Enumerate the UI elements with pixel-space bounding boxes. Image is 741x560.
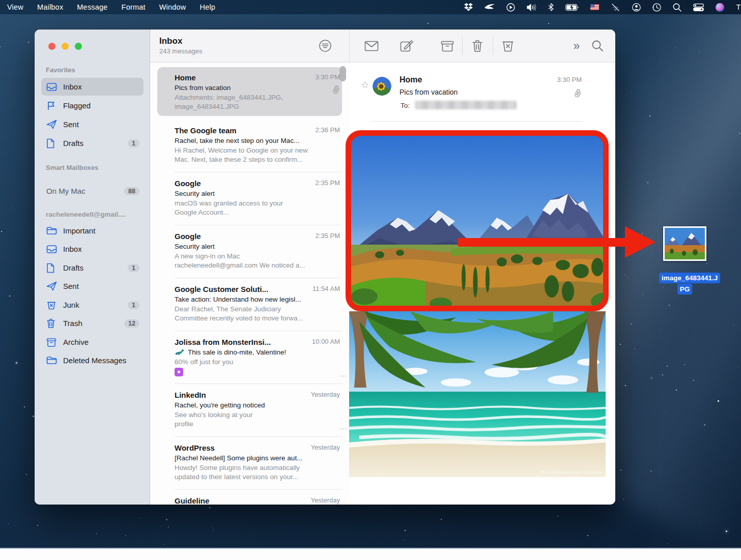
bluetooth-icon[interactable] (548, 0, 554, 14)
get-mail-envelope-icon[interactable] (364, 38, 379, 54)
search-icon[interactable] (590, 38, 605, 54)
message-preview: Dear Rachel, The Senate Judiciary Commit… (175, 305, 341, 322)
sidebar-item-account-sent[interactable]: Sent (41, 277, 144, 295)
photo-credit-watermark: Photo by Remy Musser via Canva (540, 470, 602, 475)
menu-clock-partial[interactable]: T (736, 0, 741, 14)
zoom-window-button[interactable] (75, 43, 82, 50)
sidebar-item-sent[interactable]: Sent (41, 115, 144, 133)
list-item-wordpress[interactable]: WordPress Yesterday [Rachel Needell] Som… (150, 437, 349, 490)
message-sender: Home (175, 73, 302, 82)
sidebar-item-label: Deleted Messages (63, 356, 126, 365)
message-time: Yesterday (311, 391, 340, 398)
user-account-icon[interactable] (632, 0, 641, 14)
junk-count-badge: 1 (128, 301, 139, 309)
message-subject: Pics from vacation (175, 84, 341, 92)
truncation-dots: ... (340, 370, 347, 378)
mountain-vacation-photo[interactable] (349, 134, 606, 309)
list-item-google-2[interactable]: Google 2:35 PM Security alert A new sign… (150, 225, 349, 278)
drafts-count-badge: 1 (128, 264, 139, 272)
sidebar-item-on-my-mac[interactable]: On My Mac 88 (41, 182, 144, 200)
document-icon (46, 138, 58, 149)
mail-window: Favorites Inbox Flagged Sent Drafts 1 Sm… (35, 30, 615, 505)
archive-box-icon[interactable] (440, 38, 455, 54)
message-sender: Google (175, 179, 302, 188)
message-time: 3:30 PM (557, 76, 582, 83)
message-time: 10:00 AM (312, 338, 340, 345)
message-preview: See who's looking at your profile (175, 410, 341, 428)
sidebar-item-inbox[interactable]: Inbox (41, 78, 144, 96)
beach-vacation-photo[interactable]: Photo by Remy Musser via Canva (349, 311, 606, 477)
list-item-home[interactable]: Home 3:30 PM Pics from vacation Attachme… (150, 67, 349, 120)
message-time: 2:36 PM (316, 126, 340, 134)
sidebar-item-archive[interactable]: Archive (41, 333, 144, 351)
sidebar-item-flagged[interactable]: Flagged (41, 97, 144, 114)
wifi-off-icon[interactable] (611, 0, 620, 14)
message-time: Yesterday (311, 444, 340, 451)
siri-icon[interactable] (716, 0, 724, 14)
toolbar-separator (462, 37, 463, 55)
list-item-google-1[interactable]: Google 2:35 PM Security alert macOS was … (150, 172, 349, 225)
sidebar-item-drafts[interactable]: Drafts 1 (41, 134, 144, 152)
menu-item-mailbox[interactable]: Mailbox (37, 3, 63, 11)
wings-icon[interactable] (484, 0, 495, 14)
desktop-file-icon[interactable]: image_6483441.J PG (659, 226, 710, 294)
menu-item-window[interactable]: Window (159, 3, 186, 11)
control-center-icon[interactable] (693, 0, 704, 14)
spotlight-search-icon[interactable] (673, 0, 681, 14)
document-icon (46, 263, 58, 273)
junk-bin-icon[interactable] (500, 38, 516, 54)
sidebar-item-label: Flagged (63, 101, 91, 110)
folder-icon (46, 226, 58, 236)
sidebar-item-deleted-messages[interactable]: Deleted Messages (41, 351, 144, 369)
menu-item-help[interactable]: Help (200, 3, 216, 11)
volume-icon[interactable] (527, 0, 536, 14)
message-sender: LinkedIn (175, 391, 302, 399)
message-preview: A new sign-in on Mac racheleneedell@gmai… (175, 252, 341, 270)
compose-icon[interactable] (399, 38, 414, 54)
folder-icon (46, 356, 58, 366)
play-circle-icon[interactable] (506, 0, 515, 14)
minimize-window-button[interactable] (62, 43, 69, 50)
menu-item-view[interactable]: View (7, 3, 23, 11)
list-item-google-customer[interactable]: Google Customer Soluti... 11:54 AM Take … (150, 278, 349, 331)
account-label: racheleneedell@gmail.... (46, 211, 126, 218)
list-item-google-team[interactable]: The Google team 2:36 PM Rachel, take the… (150, 120, 349, 172)
battery-charging-icon[interactable] (565, 0, 579, 14)
us-flag-icon[interactable] (590, 0, 599, 14)
sidebar-item-account-inbox[interactable]: Inbox (41, 240, 144, 258)
sidebar-item-label: Important (63, 226, 95, 235)
truncation-dots: ... (340, 423, 347, 431)
sidebar-item-trash[interactable]: Trash 12 (41, 314, 144, 332)
message-time: 11:54 AM (312, 285, 340, 292)
dropbox-icon[interactable] (464, 0, 473, 14)
sidebar-item-label: Inbox (63, 82, 82, 91)
list-item-linkedin[interactable]: LinkedIn Yesterday Rachel, you're gettin… (150, 384, 349, 437)
sidebar-item-label: Trash (63, 319, 82, 328)
inbox-tray-icon (46, 82, 58, 92)
sidebar-item-important[interactable]: Important (41, 222, 144, 240)
more-chevrons-icon[interactable]: » (569, 38, 584, 54)
close-window-button[interactable] (48, 43, 55, 50)
sidebar-item-account-drafts[interactable]: Drafts 1 (41, 259, 144, 277)
file-label-line2: PG (677, 284, 693, 294)
menu-item-format[interactable]: Format (122, 3, 146, 11)
message-sender: Guideline (175, 496, 302, 505)
sidebar-item-junk[interactable]: Junk 1 (41, 296, 144, 314)
menu-item-message[interactable]: Message (77, 3, 107, 11)
message-sender: WordPress (175, 444, 302, 452)
dinosaur-icon (175, 349, 185, 356)
star-flag-icon[interactable]: ☆ (361, 79, 369, 91)
message-view-pane: ☆ (349, 63, 615, 505)
menu-items: View Mailbox Message Format Window Help (0, 3, 215, 11)
list-item-jolissa[interactable]: Jolissa from MonsterInsi... 10:00 AM Thi… (150, 331, 349, 384)
paper-plane-icon (46, 120, 58, 130)
list-item-guideline[interactable]: Guideline Yesterday (150, 490, 349, 505)
message-subject: Take action: Understand how new legisl..… (175, 296, 341, 303)
filter-icon[interactable] (318, 38, 333, 54)
trash-icon[interactable] (470, 38, 485, 54)
purple-heart-icon: ♥ (175, 368, 183, 376)
sender-avatar (373, 77, 391, 96)
time-machine-icon[interactable] (652, 0, 661, 14)
mailbox-title: Inbox (159, 36, 182, 46)
message-attachments: Attachments: image_6483441.JPG, image_64… (175, 93, 341, 111)
